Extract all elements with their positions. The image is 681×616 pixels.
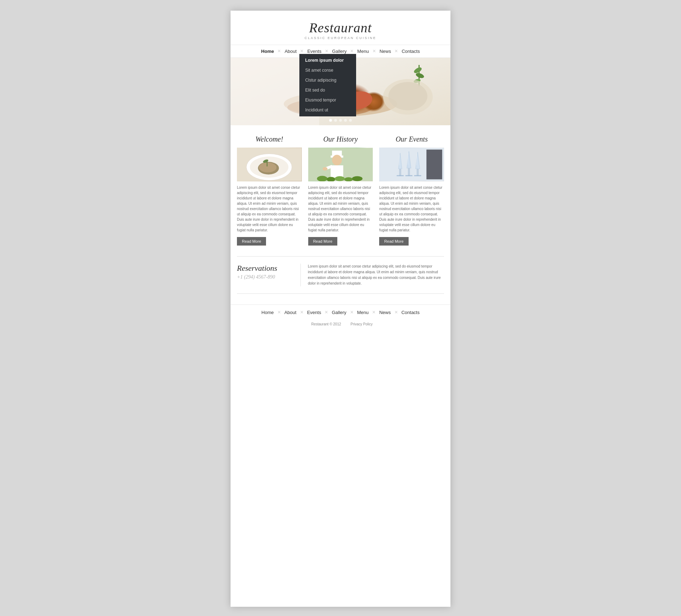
svg-rect-36: [397, 175, 404, 176]
nav-item-home[interactable]: Home: [258, 49, 277, 54]
privacy-policy-link[interactable]: Privacy Policy: [350, 322, 372, 326]
nav-sep-5: ✕: [372, 49, 376, 54]
footer-sep-4: ✕: [350, 310, 354, 315]
page-wrapper: Restaurant CLASSIC EUROPEAN CUISINE Home…: [231, 11, 450, 607]
footer-nav-menu[interactable]: Menu: [354, 310, 372, 315]
footer-nav-gallery[interactable]: Gallery: [329, 310, 349, 315]
svg-point-24: [332, 155, 342, 165]
glasses-svg: [379, 148, 444, 181]
svg-rect-38: [408, 168, 410, 176]
nav-sep-4: ✕: [350, 49, 354, 54]
footer-nav-home[interactable]: Home: [259, 310, 277, 315]
dot-5[interactable]: [349, 119, 352, 122]
nav-item-news[interactable]: News: [377, 49, 394, 54]
reservations-left: Reservations +1 (294) 4567-890: [237, 264, 301, 286]
svg-rect-42: [414, 175, 421, 176]
footer-sep-3: ✕: [325, 310, 328, 315]
footer-sep-6: ✕: [394, 310, 398, 315]
reservations-text: Lorem ipsum dolor sit amet conse ctetur …: [308, 264, 444, 286]
footer-nav-events[interactable]: Events: [304, 310, 324, 315]
site-subtitle: CLASSIC EUROPEAN CUISINE: [234, 36, 447, 40]
svg-point-30: [335, 176, 345, 181]
svg-rect-39: [405, 175, 413, 176]
reservations-phone: +1 (294) 4567-890: [237, 274, 293, 280]
svg-rect-35: [399, 169, 402, 176]
reservations-section: Reservations +1 (294) 4567-890 Lorem ips…: [237, 256, 444, 294]
welcome-text: Lorem ipsum dolor sit amet conse ctetur …: [237, 185, 302, 233]
dd-item-5[interactable]: Eiusmod tempor: [299, 95, 356, 105]
three-col-section: Welcome! Lorem ipsum dolor sit amet cons…: [231, 125, 450, 253]
nav-item-menu[interactable]: Menu: [354, 49, 372, 54]
history-text: Lorem ipsum dolor sit amet conse ctetur …: [308, 185, 373, 233]
svg-rect-25: [331, 165, 343, 178]
slider-dots: [329, 119, 352, 122]
food-plate-svg: [237, 148, 302, 181]
dd-item-2[interactable]: Sit amet conse: [299, 65, 356, 75]
dot-1[interactable]: [329, 119, 332, 122]
svg-rect-43: [427, 149, 442, 179]
welcome-title: Welcome!: [237, 135, 302, 143]
dot-2[interactable]: [334, 119, 337, 122]
dd-item-1[interactable]: Lorem ipsum dolor: [299, 55, 356, 65]
site-title: Restaurant: [234, 21, 447, 35]
svg-point-32: [352, 176, 362, 181]
reservations-title: Reservations: [237, 264, 293, 273]
dot-3[interactable]: [339, 119, 342, 122]
welcome-col: Welcome! Lorem ipsum dolor sit amet cons…: [237, 135, 302, 246]
svg-point-28: [317, 176, 327, 181]
svg-rect-41: [417, 169, 419, 176]
events-text: Lorem ipsum dolor sit amet conse ctetur …: [379, 185, 444, 233]
history-title: Our History: [308, 135, 373, 143]
footer-nav: Home ✕ About ✕ Events ✕ Gallery ✕ Menu ✕…: [231, 304, 450, 320]
footer-nav-about[interactable]: About: [282, 310, 299, 315]
history-col: Our History: [308, 135, 373, 246]
footer-bottom: Restaurant © 2012 Privacy Policy: [231, 320, 450, 333]
footer-sep-1: ✕: [277, 310, 281, 315]
dd-item-6[interactable]: Incididunt ut: [299, 105, 356, 115]
events-col: Our Events: [379, 135, 444, 246]
history-read-more-button[interactable]: Read More: [308, 237, 337, 246]
copyright-text: Restaurant © 2012: [311, 322, 341, 326]
header: Restaurant CLASSIC EUROPEAN CUISINE: [231, 11, 450, 45]
nav-item-about[interactable]: About Lorem ipsum dolor Sit amet conse C…: [282, 49, 299, 54]
events-image: [379, 148, 444, 181]
footer-nav-contacts[interactable]: Contacts: [399, 310, 422, 315]
dot-4[interactable]: [344, 119, 347, 122]
footer-nav-news[interactable]: News: [376, 310, 394, 315]
nav-bar: Home ✕ About Lorem ipsum dolor Sit amet …: [231, 45, 450, 58]
welcome-image: [237, 148, 302, 181]
nav-sep-3: ✕: [325, 49, 328, 54]
events-read-more-button[interactable]: Read More: [379, 237, 408, 246]
nav-sep-2: ✕: [300, 49, 304, 54]
nav-item-contacts[interactable]: Contacts: [399, 49, 422, 54]
dd-item-4[interactable]: Elit sed do: [299, 85, 356, 95]
svg-point-12: [388, 82, 427, 110]
nav-sep-6: ✕: [394, 49, 398, 54]
welcome-read-more-button[interactable]: Read More: [237, 237, 266, 246]
svg-point-9: [415, 72, 425, 79]
svg-point-8: [413, 66, 423, 74]
svg-point-27: [322, 167, 327, 171]
svg-point-18: [259, 163, 276, 172]
footer-sep-5: ✕: [372, 310, 376, 315]
nav-sep-1: ✕: [277, 49, 281, 54]
footer-sep-2: ✕: [300, 310, 304, 315]
nav-item-events[interactable]: Events: [304, 49, 324, 54]
dropdown-menu: Lorem ipsum dolor Sit amet conse Clstur …: [299, 54, 356, 116]
chef-svg: [308, 148, 373, 181]
history-image: [308, 148, 373, 181]
nav-item-gallery[interactable]: Gallery: [329, 49, 349, 54]
svg-point-31: [344, 177, 353, 181]
events-title: Our Events: [379, 135, 444, 143]
dd-item-3[interactable]: Clstur adipiscing: [299, 75, 356, 85]
